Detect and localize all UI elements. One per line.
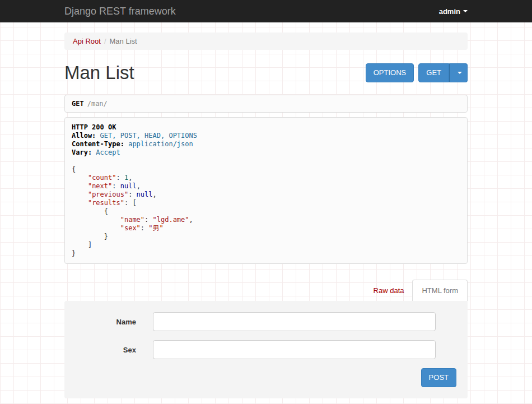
user-dropdown[interactable]: admin — [439, 7, 468, 16]
breadcrumb-current: Man List — [110, 37, 137, 45]
request-info: GET/man/ — [64, 95, 468, 113]
response-box: HTTP 200 OK Allow: GET, POST, HEAD, OPTI… — [64, 117, 468, 264]
caret-down-icon — [463, 10, 468, 12]
name-field[interactable] — [153, 312, 436, 331]
breadcrumb-separator: / — [101, 37, 110, 45]
breadcrumb: Api Root / Man List — [64, 32, 468, 50]
request-path: /man/ — [87, 100, 108, 108]
get-dropdown-button[interactable] — [449, 63, 468, 82]
tab-raw-data[interactable]: Raw data — [365, 280, 413, 301]
tab-html-form[interactable]: HTML form — [412, 280, 468, 301]
sex-field-label: Sex — [76, 346, 136, 354]
get-button[interactable]: GET — [418, 63, 449, 82]
breadcrumb-link-api-root[interactable]: Api Root — [73, 37, 101, 45]
caret-down-icon — [458, 72, 462, 74]
name-field-label: Name — [76, 318, 136, 326]
options-button[interactable]: OPTIONS — [366, 63, 414, 82]
content-tabs: Raw data HTML form — [64, 280, 468, 301]
get-button-group: GET — [418, 63, 468, 82]
sex-field[interactable] — [153, 340, 436, 359]
page-title: Man List — [64, 62, 134, 83]
top-navbar: Django REST framework admin — [0, 0, 532, 22]
request-method: GET — [72, 100, 84, 108]
form-row-sex: Sex — [76, 340, 456, 359]
response-body: HTTP 200 OK Allow: GET, POST, HEAD, OPTI… — [72, 123, 460, 258]
user-dropdown-label: admin — [439, 7, 460, 16]
brand-link[interactable]: Django REST framework — [64, 6, 176, 17]
html-form-panel: Name Sex POST — [64, 301, 468, 398]
post-button[interactable]: POST — [421, 368, 456, 387]
form-row-name: Name — [76, 312, 456, 331]
